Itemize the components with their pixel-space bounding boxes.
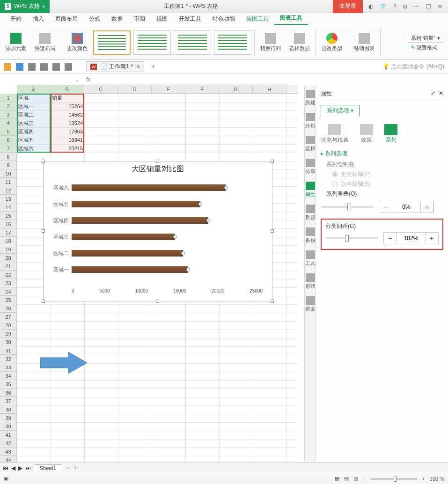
close-doc-icon[interactable]: × [137, 64, 140, 70]
overlap-input[interactable] [392, 201, 420, 213]
open-icon[interactable] [4, 63, 11, 71]
add-element-button[interactable]: 添加元素 [3, 32, 29, 53]
tab-data[interactable]: 数据 [106, 13, 128, 25]
opt-fill[interactable]: 填充与线条 [321, 124, 349, 144]
redo-icon[interactable] [65, 63, 72, 71]
chart-style-2[interactable] [133, 30, 171, 55]
cell-a6[interactable]: 区域五 [17, 136, 51, 144]
tab-drawtools[interactable]: 绘图工具 [241, 13, 274, 25]
cell-b3[interactable]: 14562 [51, 110, 84, 119]
switch-rowcol-button[interactable]: 切换行列 [257, 32, 284, 53]
cell-a4[interactable]: 区域三 [17, 119, 51, 127]
series-selector[interactable]: 系列"销量"▾ [408, 34, 443, 43]
minimize-icon[interactable]: — [414, 3, 419, 10]
sheet-nav-last[interactable]: ⏭ [25, 465, 31, 471]
chart-plot-area[interactable]: 区域六区域五区域四区域三区域二区域一 [72, 180, 263, 282]
view-break-icon[interactable]: ▧ [353, 476, 358, 482]
cell-a5[interactable]: 区域四 [17, 127, 51, 136]
close-icon[interactable]: ✕ [438, 3, 442, 10]
tab-start[interactable]: 开始 [5, 13, 27, 25]
cell-a3[interactable]: 区域二 [17, 110, 51, 119]
cell-b5[interactable]: 17864 [51, 127, 84, 136]
maximize-icon[interactable]: ☐ [426, 3, 431, 10]
side-shapes[interactable]: 形状 [305, 269, 316, 292]
sheet-nav-first[interactable]: ⏮ [3, 465, 8, 471]
zoom-slider[interactable] [370, 478, 417, 480]
save-icon[interactable] [16, 63, 23, 71]
series-options-tab[interactable]: 系列选项 ▾ [321, 105, 360, 117]
spreadsheet-grid[interactable]: AB CDE FGH 12345678910111213141516171819… [0, 85, 304, 462]
tab-insert[interactable]: 插入 [27, 13, 50, 25]
cell-a1[interactable]: 区域 [17, 94, 51, 102]
cell-a2[interactable]: 区域一 [17, 102, 51, 110]
side-select[interactable]: 选择 [305, 131, 316, 154]
side-help[interactable]: 帮助 [305, 292, 316, 315]
row-headers[interactable]: 1234567891011121314151617181920212223242… [0, 94, 17, 462]
cell-b6[interactable]: 16841 [51, 136, 84, 144]
quick-layout-button[interactable]: 快速布局 [32, 32, 58, 53]
series-section-header[interactable]: 系列选项 [321, 150, 443, 158]
zoom-value[interactable]: 100 % [430, 476, 444, 482]
radio-primary-axis[interactable]: 主坐标轴(P) [332, 170, 443, 178]
side-tools[interactable]: 工具 [305, 246, 316, 269]
tab-pagelayout[interactable]: 页面布局 [50, 13, 83, 25]
side-new[interactable]: 新建 [305, 85, 316, 108]
sheet-tab-1[interactable]: Sheet1 [34, 464, 62, 471]
side-backup[interactable]: 备份 [305, 223, 316, 246]
document-tab[interactable]: W 📄 工作簿1 * × [86, 61, 144, 72]
overlap-slider[interactable] [322, 206, 373, 208]
move-chart-button[interactable]: 移动图表 [351, 32, 377, 53]
arrow-shape[interactable] [40, 352, 87, 374]
side-share[interactable]: 分享 [305, 154, 316, 177]
set-format-button[interactable]: ✎设置格式 [408, 44, 443, 51]
preview-icon[interactable] [40, 63, 48, 71]
chart-style-1[interactable] [93, 30, 131, 55]
side-properties[interactable]: 属性 [305, 177, 316, 200]
skin-icon[interactable]: ◐ [368, 3, 373, 10]
select-data-button[interactable]: 选择数据 [286, 32, 313, 53]
zoom-in-icon[interactable]: + [422, 476, 425, 482]
opt-effect[interactable]: 效果 [360, 124, 373, 144]
gap-decrement[interactable]: − [384, 233, 397, 244]
cell-b4[interactable]: 13524 [51, 119, 84, 127]
tab-formula[interactable]: 公式 [83, 13, 106, 25]
chart-style-4[interactable] [214, 30, 251, 55]
sheet-add-icon[interactable]: + [73, 465, 77, 471]
change-type-button[interactable]: 更改类型 [319, 32, 345, 53]
sheet-nav-prev[interactable]: ◀ [11, 465, 15, 471]
tab-review[interactable]: 审阅 [128, 13, 151, 25]
cell-b7[interactable]: 20215 [51, 144, 84, 153]
cell-b1[interactable]: 销量 [51, 94, 84, 102]
restore-icon[interactable]: ⧉ [403, 3, 407, 10]
tab-devtools[interactable]: 开发工具 [173, 13, 207, 25]
grid-cells[interactable]: 区域 销量 区域一 15264 区域二 14562 区域三 13524 区域四 … [17, 94, 298, 462]
radio-secondary-axis[interactable]: 次坐标轴(S) [332, 180, 443, 188]
gap-increment[interactable]: + [425, 233, 438, 244]
shirt-icon[interactable]: 👕 [380, 3, 387, 10]
status-record-icon[interactable]: ▣ [4, 476, 8, 482]
cell-b2[interactable]: 15264 [51, 102, 84, 110]
zoom-out-icon[interactable]: − [363, 476, 366, 482]
tab-charttools[interactable]: 图表工具 [274, 12, 308, 25]
panel-close-icon[interactable]: ✕ [439, 90, 443, 96]
chart-title[interactable]: 大区销量对比图 [44, 161, 272, 177]
opt-series[interactable]: 系列 [384, 124, 397, 144]
column-headers[interactable]: AB CDE FGH [17, 85, 298, 94]
print-icon[interactable] [28, 63, 36, 71]
sheet-nav-next[interactable]: ▶ [18, 465, 22, 471]
panel-pin-icon[interactable]: ⤢ [431, 90, 435, 96]
help-icon[interactable]: ? [393, 3, 397, 10]
tab-view[interactable]: 视图 [151, 13, 173, 25]
overlap-increment[interactable]: + [420, 201, 433, 213]
command-search[interactable]: 💡 点此查找命令 (Alt+Q) [382, 63, 444, 71]
view-normal-icon[interactable]: ▦ [335, 476, 339, 482]
login-button[interactable]: 未登录 [333, 0, 363, 13]
fx-dropdown-icon[interactable]: ⌄ [72, 76, 82, 83]
change-color-button[interactable]: 更改颜色 [64, 32, 90, 53]
undo-icon[interactable] [52, 63, 60, 71]
chart-style-3[interactable] [174, 30, 211, 55]
embedded-chart[interactable]: 大区销量对比图 区域六区域五区域四区域三区域二区域一 0500010000 15… [43, 161, 272, 301]
chart-x-axis[interactable]: 0500010000 150002000025000 [72, 288, 263, 293]
view-page-icon[interactable]: ▤ [344, 476, 349, 482]
side-analyze[interactable]: 分析 [305, 108, 316, 131]
